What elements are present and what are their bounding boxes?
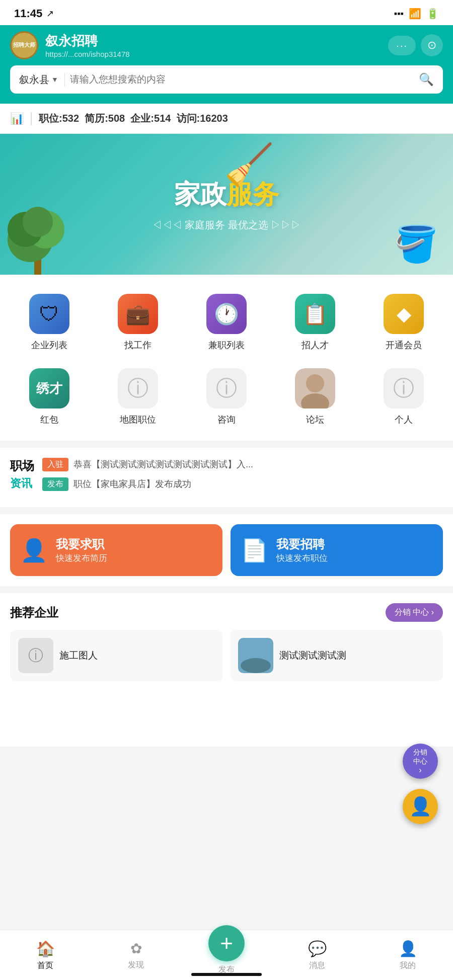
recruit-icon: 📋 xyxy=(295,294,335,334)
company-card-0[interactable]: ⓘ 施工图人 xyxy=(10,630,223,681)
nav-item-discover[interactable]: ✿ 发现 xyxy=(91,930,181,980)
find-job-icon: 💼 xyxy=(118,294,158,334)
bottom-nav: 🏠 首页 ✿ 发现 + 发布 💬 消息 👤 我的 xyxy=(0,930,453,980)
redpack-icon: 绣才 xyxy=(29,368,69,409)
recruit-button[interactable]: 📄 我要招聘 快速发布职位 xyxy=(231,524,443,576)
nav-item-message[interactable]: 💬 消息 xyxy=(272,930,362,980)
icon-grid: 🛡 企业列表 💼 找工作 🕐 兼职列表 📋 招人才 ◆ 开通会员 绣才 红包 xyxy=(0,275,453,441)
news-badge-enter: 入驻 xyxy=(42,458,68,471)
menu-item-part-time[interactable]: 🕐 兼职列表 xyxy=(182,287,271,361)
forum-icon xyxy=(295,368,335,409)
plus-icon: + xyxy=(220,932,233,954)
recruit-title: 我要招聘 xyxy=(276,536,328,552)
stats-text: 职位:532 简历:508 企业:514 访问:16203 xyxy=(39,112,228,125)
wifi-icon: 📶 xyxy=(409,8,421,20)
personal-label: 个人 xyxy=(395,414,413,426)
svg-point-4 xyxy=(23,207,53,237)
app-title: 叙永招聘 xyxy=(45,32,381,50)
app-logo: 招聘大师 xyxy=(10,31,38,59)
part-time-label: 兼职列表 xyxy=(208,339,245,351)
consult-label: 咨询 xyxy=(217,414,236,426)
news-section: 职场 资讯 入驻 恭喜【测试测试测试测试测试测试测试】入... 发布 职位【家电… xyxy=(0,448,453,507)
menu-item-enterprise[interactable]: 🛡 企业列表 xyxy=(5,287,94,361)
menu-item-consult[interactable]: ⓘ 咨询 xyxy=(182,361,271,436)
news-item-0[interactable]: 入驻 恭喜【测试测试测试测试测试测试测试】入... xyxy=(42,458,443,471)
home-icon: 🏠 xyxy=(36,940,55,957)
news-item-1[interactable]: 发布 职位【家电家具店】发布成功 xyxy=(42,477,443,491)
search-area: 叙永县 ▼ 🔍 xyxy=(0,65,453,104)
consult-icon: ⓘ xyxy=(206,368,247,409)
company-logo-0: ⓘ xyxy=(18,638,53,673)
publish-button[interactable]: + xyxy=(208,925,245,961)
vip-icon: ◆ xyxy=(384,294,424,334)
news-content: 入驻 恭喜【测试测试测试测试测试测试测试】入... 发布 职位【家电家具店】发布… xyxy=(42,458,443,497)
message-icon: 💬 xyxy=(308,940,327,957)
menu-item-vip[interactable]: ◆ 开通会员 xyxy=(359,287,448,361)
menu-item-recruit[interactable]: 📋 招人才 xyxy=(271,287,359,361)
search-box: 叙永县 ▼ 🔍 xyxy=(10,65,443,94)
news-text-0: 恭喜【测试测试测试测试测试测试测试】入... xyxy=(73,458,253,471)
company-cards: ⓘ 施工图人 测试测试测试测 xyxy=(10,630,443,681)
vip-label: 开通会员 xyxy=(386,339,422,351)
job-seek-icon: 👤 xyxy=(20,537,48,563)
location-text: 叙永县 xyxy=(19,73,49,87)
recommend-section: 推荐企业 分销 中心 › ⓘ 施工图人 测试测试测试测 xyxy=(0,593,453,747)
company-card-1[interactable]: 测试测试测试测 xyxy=(230,630,443,681)
job-seek-text: 我要求职 快速发布简历 xyxy=(56,536,107,564)
avatar-icon: 👤 xyxy=(409,796,432,817)
recruit-cta-text: 我要招聘 快速发布职位 xyxy=(276,536,328,564)
search-icon: 🔍 xyxy=(419,72,434,86)
menu-item-redpack[interactable]: 绣才 红包 xyxy=(5,361,94,436)
search-input[interactable] xyxy=(70,74,414,85)
company-info-1: 测试测试测试测 xyxy=(279,649,435,662)
recommend-header: 推荐企业 分销 中心 › xyxy=(10,603,443,622)
header-url: https://...com/ishop31478 xyxy=(45,50,130,58)
nav-label-home: 首页 xyxy=(37,960,53,971)
scan-button[interactable]: ⊙ xyxy=(421,34,443,56)
fab-avatar-button[interactable]: 👤 xyxy=(403,789,438,824)
map-job-icon: ⓘ xyxy=(118,368,158,409)
company-logo-1 xyxy=(238,638,273,673)
fab-distribution-label: 分销中心 xyxy=(413,748,427,766)
header-bar: 招聘大师 叙永招聘 https://...com/ishop31478 ··· … xyxy=(0,25,453,65)
company-name-0: 施工图人 xyxy=(59,650,98,661)
stats-bar: 📊 职位:532 简历:508 企业:514 访问:16203 xyxy=(0,104,453,134)
enterprise-icon: 🛡 xyxy=(29,294,69,334)
redpack-label: 红包 xyxy=(40,414,58,426)
personal-icon: ⓘ xyxy=(384,368,424,409)
nav-label-mine: 我的 xyxy=(400,960,416,971)
header-title-area: 叙永招聘 https://...com/ishop31478 xyxy=(45,32,381,59)
location-selector[interactable]: 叙永县 ▼ xyxy=(19,73,65,87)
stats-chart-icon: 📊 xyxy=(10,112,24,125)
banner[interactable]: 🧹 家政服务 ◁◁◁ 家庭服务 最优之选 ▷▷▷ 🪣 xyxy=(0,134,453,275)
distribution-center-button[interactable]: 分销 中心 › xyxy=(386,603,443,622)
cta-section: 👤 我要求职 快速发布简历 📄 我要招聘 快速发布职位 xyxy=(0,514,453,586)
banner-subtitle: ◁◁◁ 家庭服务 最优之选 ▷▷▷ xyxy=(152,218,301,232)
more-options-button[interactable]: ··· xyxy=(388,36,416,55)
job-seek-button[interactable]: 👤 我要求职 快速发布简历 xyxy=(10,524,222,576)
menu-item-forum[interactable]: 论坛 xyxy=(271,361,359,436)
fab-distribution-button[interactable]: 分销中心 › xyxy=(403,744,438,779)
nav-item-mine[interactable]: 👤 我的 xyxy=(362,930,453,980)
discover-icon: ✿ xyxy=(130,940,142,957)
part-time-icon: 🕐 xyxy=(206,294,247,334)
distribution-text: 中心 › xyxy=(413,607,434,618)
menu-item-map-job[interactable]: ⓘ 地图职位 xyxy=(94,361,182,436)
menu-item-find-job[interactable]: 💼 找工作 xyxy=(94,287,182,361)
map-job-label: 地图职位 xyxy=(120,414,156,426)
company-name-1: 测试测试测试测 xyxy=(279,650,346,661)
nav-item-home[interactable]: 🏠 首页 xyxy=(0,930,91,980)
menu-item-personal[interactable]: ⓘ 个人 xyxy=(359,361,448,436)
enterprise-label: 企业列表 xyxy=(31,339,67,351)
status-bar: 11:45 ↗ ▪▪▪ 📶 🔋 xyxy=(0,0,453,25)
banner-area: 🧹 家政服务 ◁◁◁ 家庭服务 最优之选 ▷▷▷ 🪣 xyxy=(0,134,453,275)
news-badge-publish: 发布 xyxy=(42,477,68,491)
search-button[interactable]: 🔍 xyxy=(419,72,434,87)
scan-icon: ⊙ xyxy=(427,39,436,52)
banner-tree-icon xyxy=(5,174,76,275)
home-indicator xyxy=(191,973,262,976)
forum-label: 论坛 xyxy=(306,414,324,426)
navigation-arrow-icon: ↗ xyxy=(46,8,54,19)
recommend-title: 推荐企业 xyxy=(10,605,58,621)
nav-label-message: 消息 xyxy=(309,960,325,971)
